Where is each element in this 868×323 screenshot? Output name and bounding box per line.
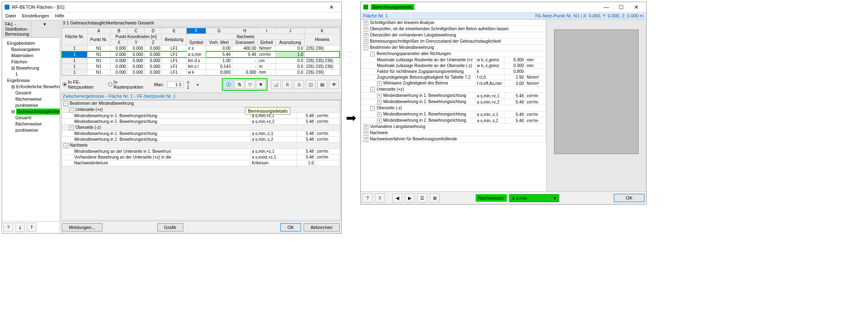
next-icon[interactable]: ▶ bbox=[405, 193, 415, 202]
tree-req-flaeche[interactable]: flächenweise bbox=[15, 96, 59, 102]
tree-row[interactable]: +Bemessungsschnittgrößen im Grenzzustand… bbox=[361, 39, 546, 45]
tree-materialien[interactable]: Materialien bbox=[11, 53, 59, 59]
treegrid-row[interactable]: Mindestbewehrung in 1. Bewehrungsrichtun… bbox=[62, 131, 340, 137]
view-icon[interactable]: ◫ bbox=[306, 80, 316, 89]
info-icon[interactable]: ⓘ bbox=[224, 80, 233, 89]
main-panel: 3.1 Gebrauchstauglichkeitsnachweis Gesam… bbox=[60, 19, 341, 233]
meldungen-button[interactable]: Meldungen... bbox=[62, 223, 102, 231]
tree-row[interactable]: +Mindestbewehrung in 2. Bewehrungsrichtu… bbox=[361, 99, 546, 105]
case-combo[interactable]: FA1 - Stahlbeton-Bemessung ▾ bbox=[3, 20, 59, 38]
table-row[interactable]: 1N10.0000.0000.000LF1lim d s1.00-cm0.022… bbox=[62, 58, 340, 64]
copy-icon[interactable]: ⎘ bbox=[282, 80, 292, 89]
radio-fe[interactable]: In FE-Netzpunkten bbox=[63, 80, 105, 89]
intermediate-grid[interactable]: −Bestimmen der Mindestbewehrung−Untersei… bbox=[61, 100, 340, 220]
case-combo-value: FA1 - Stahlbeton-Bemessung bbox=[3, 21, 31, 37]
filter-off-icon[interactable]: ▽ bbox=[245, 80, 255, 89]
excel-icon[interactable]: X bbox=[375, 193, 385, 202]
tree-row[interactable]: +Überprüfen der vorhandenen Längsbewehru… bbox=[361, 32, 546, 39]
chart-icon[interactable]: 📊 bbox=[271, 80, 281, 89]
intermediate-title: Zwischenergebnisse - Fläche Nr. 1 - FE-N… bbox=[60, 92, 341, 100]
tree-results[interactable]: Ergebnisse ⊟ Erforderliche Bewehrung Ges… bbox=[7, 77, 59, 133]
treegrid-row[interactable]: Vorhandene Bewehrung an der Unterseite (… bbox=[62, 154, 340, 160]
max-cond: ≤ 1 bbox=[187, 80, 193, 89]
menu-datei[interactable]: Datei bbox=[5, 13, 16, 18]
tree-bewehrung-1[interactable]: 1 bbox=[15, 71, 59, 77]
tree-gtn-flaeche[interactable]: flächenweise bbox=[15, 121, 59, 127]
tree-row[interactable]: +Mindestbewehrung in 1. Bewehrungsrichtu… bbox=[361, 93, 546, 99]
max-field[interactable]: 1.0 bbox=[167, 81, 183, 88]
tree-req-gesamt[interactable]: Gesamt bbox=[15, 90, 59, 96]
tree-gtn-punkt[interactable]: punktweise bbox=[15, 127, 59, 133]
table-row[interactable]: 1N10.0000.0000.000LF1lim s l0.143-m0.022… bbox=[62, 64, 340, 70]
minimize-button[interactable]: — bbox=[599, 3, 614, 11]
filter-icon[interactable]: ▼ bbox=[256, 80, 266, 89]
table-row[interactable]: 1N10.0000.0000.000LF1w k0.0000.300mm0.02… bbox=[62, 70, 340, 75]
tree-icon[interactable]: ⊞ bbox=[430, 193, 440, 202]
details-titlebar[interactable]: Berechnungsdetails — ☐ ✕ bbox=[361, 2, 646, 12]
menu-hilfe[interactable]: Hilfe bbox=[55, 13, 64, 18]
titlebar[interactable]: RF-BETON Flächen - [01] ✕ bbox=[2, 2, 341, 12]
ok-button[interactable]: OK bbox=[614, 194, 644, 202]
tree-req[interactable]: ⊟ Erforderliche Bewehrung Gesamt flächen… bbox=[11, 84, 59, 108]
tree-gtn-gesamt[interactable]: Gesamt bbox=[15, 115, 59, 121]
table-row[interactable]: 1N10.0000.0000.000LF1σ s0.00400.00N/mm²0… bbox=[62, 46, 340, 52]
tree-row[interactable]: Maximale zulässige Rissbreite an der Unt… bbox=[361, 57, 546, 63]
tree-gtn[interactable]: ⊟ Gebrauchstauglichkeitsnachweis Gesamt … bbox=[11, 108, 59, 133]
close-button[interactable]: ✕ bbox=[629, 3, 644, 11]
eye-icon[interactable]: 👁 bbox=[329, 80, 339, 89]
treegrid-row[interactable]: Mindestbewehrung in 2. Bewehrungsrichtun… bbox=[62, 137, 340, 142]
preview-canvas bbox=[547, 19, 646, 191]
nachweisart-combo[interactable]: a s,min ▾ bbox=[509, 194, 559, 202]
maximize-button[interactable]: ☐ bbox=[614, 3, 629, 11]
tree-row[interactable]: Maximale zulässige Rissbreite an der Obe… bbox=[361, 63, 546, 69]
sort-icon[interactable]: ⇅ bbox=[234, 80, 244, 89]
tree-row[interactable]: Zugrundegelegte Betonzugfestigkeit für T… bbox=[361, 75, 546, 80]
color-icon[interactable]: ▤ bbox=[317, 80, 327, 89]
ok-button[interactable]: OK bbox=[280, 223, 301, 231]
table-row[interactable]: 1N10.0000.0000.000LF1a s,min5.485.48cm²/… bbox=[62, 51, 340, 58]
tree-row[interactable]: Faktor für nichtlineare Zugspannungsvert… bbox=[361, 69, 546, 75]
chevron-down-icon: ▾ bbox=[31, 21, 58, 37]
treegrid-row[interactable]: Mindestbewehrung an der Unterseite in 1.… bbox=[62, 149, 340, 154]
grafik-button[interactable]: Grafik bbox=[157, 223, 183, 231]
menubar: Datei Einstellungen Hilfe bbox=[2, 12, 341, 19]
help-icon[interactable]: ? bbox=[362, 193, 372, 202]
tree-row[interactable]: +Vorhandene Längsbewehrung bbox=[361, 124, 546, 130]
tree-req-punkt[interactable]: punktweise bbox=[15, 102, 59, 108]
details-window: Berechnungsdetails — ☐ ✕ Fläche Nr. 1 FE… bbox=[360, 2, 647, 205]
treegrid-row[interactable]: Mindestbewehrung in 2. Bewehrungsrichtun… bbox=[62, 119, 340, 125]
menu-einstellungen[interactable]: Einstellungen bbox=[22, 13, 49, 18]
results-table[interactable]: Fläche Nr.ABCDEFGHIJKPunkt Nr.Punkt-Koor… bbox=[61, 27, 340, 76]
treegrid-row[interactable]: Mindestbewehrung in 1. Bewehrungsrichtun… bbox=[62, 113, 340, 119]
list-icon[interactable]: ☰ bbox=[417, 193, 427, 202]
tree-row[interactable]: −Berechnungsparameter aller Richtungen bbox=[361, 51, 546, 57]
tooltip-bemessungsdetails: Bemessungsdetails bbox=[245, 107, 290, 115]
tree-row[interactable]: +Mindestbewehrung in 2. Bewehrungsrichtu… bbox=[361, 118, 546, 124]
tree-row[interactable]: +Mindestbewehrung in 1. Bewehrungsrichtu… bbox=[361, 111, 546, 118]
tree-row[interactable]: +Wirksame Zugfestigkeit des Betonsf ct,e… bbox=[361, 80, 546, 87]
tree-row[interactable]: +Überprüfen, ob die einwirkenden Schnitt… bbox=[361, 26, 546, 32]
app-icon bbox=[363, 5, 368, 10]
tree-basisangaben[interactable]: Basisangaben bbox=[11, 46, 59, 53]
prev-icon[interactable]: ◀ bbox=[392, 193, 402, 202]
help-icon[interactable]: ? bbox=[3, 223, 13, 232]
tree-row[interactable]: +Schnittgrößen der linearen Analyse bbox=[361, 20, 546, 26]
tree-row[interactable]: +Nachweisverfahren für Bewehrungsumhülle… bbox=[361, 136, 546, 142]
import-icon[interactable]: ⤒ bbox=[27, 223, 36, 232]
treegrid-row[interactable]: NachweiskriteriumKriterium1.0 bbox=[62, 160, 340, 166]
close-button[interactable]: ✕ bbox=[324, 3, 339, 11]
tree-row[interactable]: −Bestimmen der Mindestbewehrung bbox=[361, 45, 546, 51]
tree-flaechen[interactable]: Flächen bbox=[11, 59, 59, 65]
status-ok-icon: ● bbox=[196, 82, 199, 87]
tree-row[interactable]: −Unterseite (+z) bbox=[361, 87, 546, 93]
nachweisart-value: a s,min bbox=[512, 195, 527, 200]
export-icon[interactable]: ⤓ bbox=[15, 223, 25, 232]
radio-raster[interactable]: In Rasterpunkten bbox=[108, 80, 147, 89]
cancel-button[interactable]: Abbrechen bbox=[304, 223, 340, 231]
tree-bewehrung[interactable]: ⊟ Bewehrung 1 bbox=[11, 65, 59, 77]
tree-row[interactable]: +Nachweis bbox=[361, 130, 546, 136]
details-tree[interactable]: +Schnittgrößen der linearen Analyse+Über… bbox=[361, 19, 547, 191]
tree-row[interactable]: −Oberseite (-z) bbox=[361, 105, 546, 111]
print-icon[interactable]: ⎙ bbox=[294, 80, 304, 89]
tree-input[interactable]: Eingabedaten Basisangaben Materialien Fl… bbox=[7, 40, 59, 77]
